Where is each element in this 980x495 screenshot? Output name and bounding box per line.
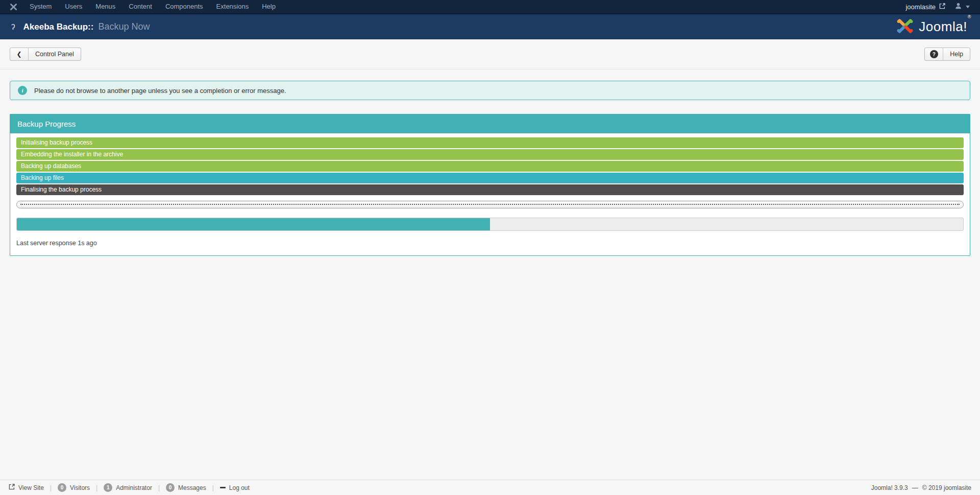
component-title: Akeeba Backup:: bbox=[23, 22, 94, 32]
backup-step: Finalising the backup process bbox=[16, 184, 964, 195]
menu-item-users[interactable]: Users bbox=[58, 0, 89, 13]
site-name-label: joomlasite bbox=[905, 3, 936, 11]
menu-item-content[interactable]: Content bbox=[122, 0, 159, 13]
panel-title: Backup Progress bbox=[10, 114, 970, 133]
backup-step: Initialising backup process bbox=[16, 137, 964, 148]
menu-item-menus[interactable]: Menus bbox=[89, 0, 122, 13]
version-separator: — bbox=[912, 484, 918, 491]
messages-label: Messages bbox=[178, 484, 206, 491]
substep-dot-track bbox=[16, 201, 964, 208]
footer-divider: | bbox=[158, 484, 160, 491]
info-alert-message: Please do not browse to another page unl… bbox=[34, 87, 286, 95]
backup-step: Embedding the installer in the archive bbox=[16, 149, 964, 160]
site-preview-link[interactable]: joomlasite bbox=[905, 3, 945, 11]
main-content: i Please do not browse to another page u… bbox=[0, 81, 980, 256]
info-alert: i Please do not browse to another page u… bbox=[10, 81, 970, 100]
administrator-label: Administrator bbox=[116, 484, 152, 491]
footer-divider: | bbox=[50, 484, 52, 491]
view-site-link[interactable]: View Site bbox=[9, 484, 44, 491]
akeeba-icon: ʔ bbox=[11, 22, 15, 31]
control-panel-label: Control Panel bbox=[29, 48, 81, 60]
help-button[interactable]: ? Help bbox=[924, 48, 970, 61]
administrator-link[interactable]: 1 Administrator bbox=[104, 483, 152, 492]
backup-progress-panel: Backup Progress Initialising backup proc… bbox=[10, 114, 970, 256]
joomla-logo: Joomla!® bbox=[895, 16, 971, 38]
progress-bar-fill bbox=[17, 218, 490, 230]
admin-bar: System Users Menus Content Components Ex… bbox=[0, 0, 980, 14]
menu-item-help[interactable]: Help bbox=[255, 0, 282, 13]
help-icon: ? bbox=[925, 48, 943, 60]
footer-divider: | bbox=[212, 484, 214, 491]
substep-dots bbox=[20, 204, 960, 205]
chevron-down-icon bbox=[966, 6, 970, 8]
visitors-label: Visitors bbox=[70, 484, 90, 491]
view-site-label: View Site bbox=[18, 484, 44, 491]
joomla-logo-icon bbox=[895, 16, 915, 38]
backup-step: Backing up files bbox=[16, 173, 964, 183]
joomla-version: Joomla! 3.9.3 bbox=[871, 484, 908, 491]
external-link-icon bbox=[939, 3, 945, 11]
view-site-icon bbox=[9, 484, 15, 491]
toolbar: ❮ Control Panel ? Help bbox=[0, 39, 980, 69]
visitors-link[interactable]: 0 Visitors bbox=[58, 483, 90, 492]
last-server-response: Last server response 1s ago bbox=[16, 240, 964, 247]
administrator-count-badge: 1 bbox=[104, 483, 112, 492]
user-icon bbox=[954, 2, 962, 12]
back-chevron-icon: ❮ bbox=[10, 48, 29, 60]
help-label: Help bbox=[943, 48, 970, 60]
info-icon: i bbox=[18, 86, 27, 95]
logout-label: Log out bbox=[229, 484, 250, 491]
component-title-bar: ʔ Akeeba Backup:: Backup Now Joomla!® bbox=[0, 14, 980, 39]
messages-count-badge: 0 bbox=[166, 483, 175, 492]
admin-menu: System Users Menus Content Components Ex… bbox=[23, 0, 282, 13]
progress-bar bbox=[16, 218, 964, 231]
logout-link[interactable]: Log out bbox=[220, 484, 250, 491]
menu-item-components[interactable]: Components bbox=[159, 0, 210, 13]
copyright: © 2019 joomlasite bbox=[922, 484, 971, 491]
control-panel-button[interactable]: ❮ Control Panel bbox=[10, 48, 81, 61]
page-title: Backup Now bbox=[98, 21, 150, 32]
registered-mark: ® bbox=[968, 14, 971, 19]
user-menu[interactable] bbox=[954, 2, 972, 12]
panel-body: Initialising backup process Embedding th… bbox=[10, 133, 970, 255]
visitors-count-badge: 0 bbox=[58, 483, 66, 492]
backup-step: Backing up databases bbox=[16, 161, 964, 172]
footer-version-info: Joomla! 3.9.3 — © 2019 joomlasite bbox=[871, 484, 971, 491]
messages-link[interactable]: 0 Messages bbox=[166, 483, 206, 492]
joomla-logo-text: Joomla!® bbox=[919, 19, 971, 35]
menu-item-extensions[interactable]: Extensions bbox=[210, 0, 256, 13]
logout-icon bbox=[220, 487, 226, 488]
footer-status-bar: View Site | 0 Visitors | 1 Administrator… bbox=[0, 480, 980, 495]
joomla-mark-icon bbox=[9, 3, 18, 11]
footer-divider: | bbox=[96, 484, 97, 491]
menu-item-system[interactable]: System bbox=[23, 0, 58, 13]
